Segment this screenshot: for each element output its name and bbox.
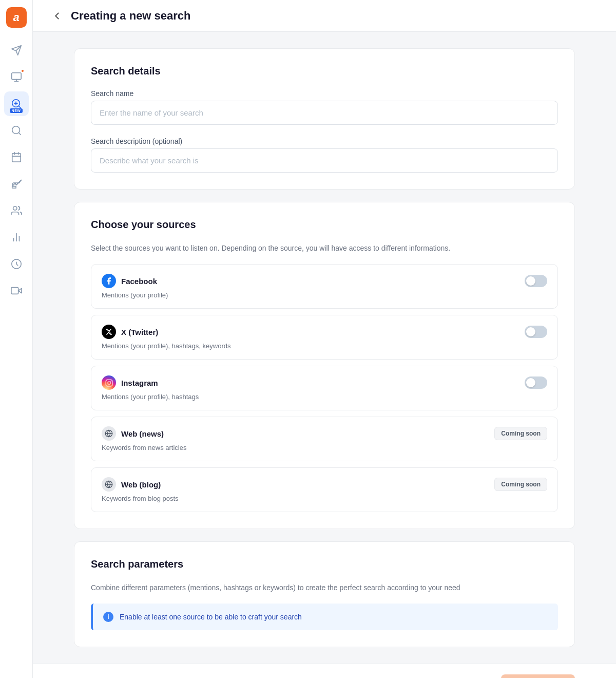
facebook-desc: Mentions (your profile) [102,291,547,299]
search-desc-label: Search description (optional) [91,137,558,145]
app-logo[interactable]: a [6,7,27,28]
facebook-toggle[interactable] [525,275,547,287]
search-details-card: Search details Search name Search descri… [74,48,575,190]
sidebar-item-analytics[interactable] [4,225,29,250]
info-icon: i [103,612,113,622]
web-blog-coming-soon: Coming soon [494,478,547,491]
cancel-button[interactable]: Cancel [74,675,99,678]
instagram-desc: Mentions (your profile), hashtags [102,393,547,401]
twitter-desc: Mentions (your profile), hashtags, keywo… [102,342,547,350]
sidebar-item-audience[interactable] [4,198,29,223]
source-name-row-instagram: Instagram [102,375,158,390]
source-item-web-news: Web (news) Coming soon Keywords from new… [91,417,558,461]
facebook-name: Facebook [121,277,157,286]
page-title: Creating a new search [71,9,191,23]
info-text: Enable at least one source to be able to… [120,613,302,621]
source-name-row-web-news: Web (news) [102,426,164,441]
svg-point-20 [110,381,111,381]
sidebar: a NEW [0,0,33,678]
instagram-icon [102,375,116,390]
back-button[interactable] [49,8,65,24]
svg-rect-17 [11,288,18,294]
source-item-facebook: Facebook Mentions (your profile) [91,264,558,309]
inbox-badge [21,69,25,73]
main-content: Creating a new search Search details Sea… [33,0,616,678]
sidebar-item-send[interactable] [4,38,29,63]
search-desc-input[interactable] [91,148,558,173]
svg-line-6 [18,133,21,135]
web-news-desc: Keywords from news articles [102,444,547,451]
svg-rect-7 [12,154,21,162]
sources-title: Choose your sources [91,219,558,231]
parameters-title: Search parameters [91,558,558,570]
svg-point-19 [108,382,110,384]
page-content: Search details Search name Search descri… [33,32,616,664]
svg-marker-16 [18,288,21,293]
sidebar-item-search-new[interactable]: NEW [4,91,29,116]
search-name-field-group: Search name [91,89,558,125]
web-blog-icon [102,477,116,492]
parameters-card: Search parameters Combine different para… [74,541,575,647]
sidebar-item-calendar[interactable] [4,145,29,170]
search-name-label: Search name [91,89,558,98]
page-header: Creating a new search [33,0,616,32]
web-blog-name: Web (blog) [121,480,161,489]
parameters-subtitle: Combine different parameters (mentions, … [91,582,558,593]
svg-rect-2 [11,73,21,80]
twitter-toggle[interactable] [525,326,547,338]
save-button[interactable]: Save search [501,674,575,678]
facebook-icon [102,274,116,288]
source-name-row-web-blog: Web (blog) [102,477,161,492]
sidebar-item-search[interactable] [4,118,29,143]
web-news-coming-soon: Coming soon [494,427,547,440]
svg-line-4 [18,106,21,108]
sidebar-item-inbox[interactable] [4,65,29,89]
sidebar-item-dashboard[interactable] [4,252,29,276]
instagram-toggle[interactable] [525,376,547,389]
info-banner: i Enable at least one source to be able … [91,604,558,630]
new-badge: NEW [10,108,23,113]
search-desc-field-group: Search description (optional) [91,137,558,173]
sidebar-item-media[interactable] [4,278,29,303]
twitter-icon [102,325,116,339]
source-item-instagram: Instagram Mentions (your profile), hasht… [91,366,558,410]
source-item-web-blog: Web (blog) Coming soon Keywords from blo… [91,467,558,512]
svg-rect-18 [106,380,112,386]
source-name-row-twitter: X (Twitter) [102,325,158,339]
web-news-name: Web (news) [121,429,164,438]
svg-point-11 [13,206,16,210]
source-item-twitter: X (Twitter) Mentions (your profile), has… [91,315,558,360]
search-name-input[interactable] [91,101,558,125]
sidebar-nav: NEW [0,38,32,303]
sidebar-item-campaigns[interactable] [4,172,29,196]
source-name-row-facebook: Facebook [102,274,157,288]
twitter-name: X (Twitter) [121,328,158,336]
web-news-icon [102,426,116,441]
instagram-name: Instagram [121,379,158,387]
search-details-title: Search details [91,65,558,77]
page-footer: Cancel Save search [33,664,616,678]
web-blog-desc: Keywords from blog posts [102,495,547,502]
sources-card: Choose your sources Select the sources y… [74,202,575,529]
sources-subtitle: Select the sources you want to listen on… [91,243,558,254]
